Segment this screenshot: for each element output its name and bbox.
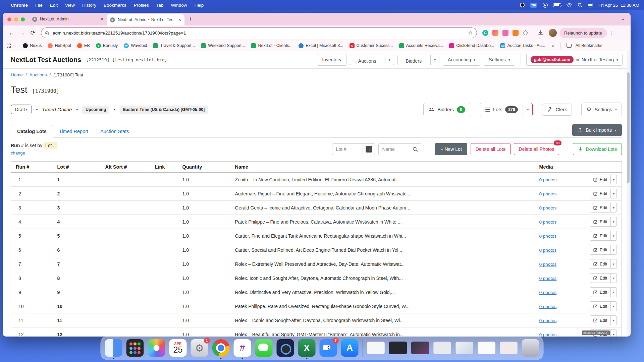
auction-settings-button[interactable]: ⚙ Settings ▾ — [581, 103, 622, 116]
minimized-window-thumbnail[interactable] — [367, 342, 385, 354]
clerk-button[interactable]: Clerk — [542, 104, 572, 116]
name-search-input[interactable] — [378, 143, 409, 155]
photos-link[interactable]: 0 photos — [539, 248, 557, 253]
finder-dock-icon[interactable] — [105, 339, 122, 357]
new-lot-button[interactable]: + New Lot — [435, 143, 467, 155]
launchpad-dock-icon[interactable] — [126, 339, 144, 357]
bookmark-item[interactable]: Nexus — [23, 43, 42, 48]
lots-button[interactable]: Lots 276 — [480, 103, 523, 116]
photos-link[interactable]: 0 photos — [539, 304, 557, 309]
orange-extension-icon[interactable] — [513, 30, 519, 36]
bidders-button[interactable]: Bidders 0 — [423, 103, 470, 116]
menu-tab[interactable]: Tab — [156, 3, 164, 8]
tab-search-chevron-icon[interactable]: ⌄ — [621, 15, 625, 21]
edit-button[interactable]: Edit — [590, 301, 611, 311]
minimized-window-thumbnail[interactable] — [411, 342, 429, 354]
screenshare-app-dock-icon[interactable] — [277, 339, 294, 357]
edit-dropdown-caret[interactable]: ▾ — [611, 231, 617, 241]
lots-dropdown-caret[interactable]: ▾ — [523, 103, 533, 116]
bookmark-item[interactable]: Excel | Microsoft 3... — [299, 43, 343, 48]
edit-button[interactable]: Edit — [590, 287, 611, 297]
edit-button[interactable]: Edit — [590, 245, 611, 255]
site-settings-icon[interactable] — [45, 32, 49, 34]
spotlight-search-icon[interactable] — [578, 3, 582, 7]
slack-dock-icon[interactable]: # — [234, 339, 251, 357]
minimize-window-button[interactable] — [14, 17, 18, 21]
photos-link[interactable]: 0 photos — [539, 290, 557, 295]
bookmark-item[interactable]: A Customer Sucess... — [350, 43, 393, 48]
reload-button[interactable]: ⟳ — [28, 29, 38, 37]
delete-all-photos-button[interactable]: Delete all Photos su — [514, 143, 559, 155]
menu-file[interactable]: File — [35, 3, 43, 8]
browser-tab-active[interactable]: NextLot::Admin ~ NextLot Tes × — [107, 14, 184, 25]
bookmark-item[interactable]: HubSpot — [48, 43, 71, 48]
nav-accounting-button[interactable]: Accounting ▾ — [443, 54, 480, 66]
minimized-window-thumbnail[interactable] — [478, 342, 496, 354]
url-text[interactable]: admin.nextlot.bid/siteadm/2212519/auctio… — [53, 31, 465, 36]
edit-button[interactable]: Edit — [590, 217, 611, 227]
name-search-button[interactable] — [409, 143, 421, 155]
bookmarks-overflow-icon[interactable]: » — [551, 43, 554, 49]
zoom-dock-icon[interactable]: 7 — [320, 339, 337, 357]
tab-close-icon[interactable]: × — [178, 17, 181, 22]
close-window-button[interactable] — [7, 17, 11, 21]
menu-profiles[interactable]: Profiles — [134, 3, 149, 8]
downloads-icon[interactable] — [538, 30, 543, 36]
nav-inventory-button[interactable]: Inventory — [317, 54, 346, 66]
extensions-puzzle-icon[interactable] — [523, 30, 528, 36]
photos-link[interactable]: 0 photos — [539, 177, 557, 182]
bookmark-item[interactable]: ClickSend Dashbo... — [449, 43, 494, 48]
menu-help[interactable]: Help — [194, 3, 204, 8]
messages-dock-icon[interactable] — [255, 339, 273, 357]
relaunch-to-update-button[interactable]: Relaunch to update — [559, 28, 607, 38]
edit-button[interactable]: Edit — [590, 189, 611, 198]
menu-history[interactable]: History — [82, 3, 96, 8]
photos-link[interactable]: 0 photos — [539, 318, 557, 323]
play-circle-icon[interactable]: ▶ — [543, 3, 548, 8]
battery-icon[interactable] — [553, 3, 561, 7]
browser-tab-inactive[interactable]: NextLot::Admin × — [29, 13, 107, 25]
breadcrumb-auctions-link[interactable]: Auctions — [30, 72, 47, 77]
tab-close-icon[interactable]: × — [101, 16, 103, 22]
menu-edit[interactable]: Edit — [50, 3, 58, 8]
breadcrumb-home-link[interactable]: Home — [11, 72, 23, 77]
browser-menu-kebab-icon[interactable]: ⋮ — [609, 30, 614, 36]
edit-button[interactable]: Edit — [590, 175, 611, 184]
edit-dropdown-caret[interactable]: ▾ — [611, 301, 617, 311]
edit-button[interactable]: Edit — [590, 315, 611, 325]
minimized-window-thumbnail[interactable] — [455, 342, 474, 354]
photos-link[interactable]: 0 photos — [539, 234, 557, 239]
download-lots-button[interactable]: Download Lots — [573, 143, 622, 155]
menubar-clock[interactable]: Fri Apr 25 11:38 AM — [598, 3, 639, 8]
edit-dropdown-caret[interactable]: ▾ — [611, 259, 617, 269]
account-menu-button[interactable]: gabi@nextlot.com ≈ NextLot Testing ▾ — [526, 54, 623, 66]
menu-view[interactable]: View — [65, 3, 75, 8]
minimized-window-thumbnail[interactable] — [389, 342, 407, 354]
nav-auctions-button[interactable]: Auctions — [350, 55, 385, 65]
trash-dock-icon[interactable] — [522, 339, 539, 357]
wifi-icon[interactable] — [567, 3, 572, 7]
nav-auctions-caret[interactable]: ▾ — [385, 55, 394, 65]
address-bar[interactable]: admin.nextlot.bid/siteadm/2212519/auctio… — [41, 27, 477, 38]
edit-dropdown-caret[interactable]: ▾ — [611, 217, 617, 227]
menu-bookmarks[interactable]: Bookmarks — [104, 3, 126, 8]
photos-link[interactable]: 0 photos — [539, 220, 557, 225]
scrollbar-thumb[interactable] — [627, 72, 630, 183]
zoom-menubar-icon[interactable]: zm — [530, 3, 537, 8]
system-settings-dock-icon[interactable]: ⚙ 1 — [191, 339, 208, 357]
tab-catalog-lots[interactable]: Catalog Lots — [11, 125, 53, 138]
bookmark-item[interactable]: b Bonusly — [96, 43, 118, 48]
edit-dropdown-caret[interactable]: ▾ — [611, 189, 617, 198]
photos-link[interactable]: 0 photos — [539, 276, 557, 281]
pink-extension-icon[interactable] — [502, 30, 508, 36]
photos-link[interactable]: 0 photos — [539, 332, 557, 337]
edit-button[interactable]: Edit — [590, 203, 611, 213]
forward-button[interactable]: → — [17, 29, 28, 37]
profile-avatar[interactable] — [549, 29, 557, 37]
bulk-imports-button[interactable]: Bulk Imports ▾ — [572, 124, 622, 136]
photos-link[interactable]: 0 photos — [539, 191, 557, 196]
record-status-icon[interactable] — [520, 3, 525, 7]
tab-timed-report[interactable]: Timed Report — [53, 125, 94, 137]
nav-bidders-button[interactable]: Bidders — [397, 55, 431, 65]
edit-dropdown-caret[interactable]: ▾ — [611, 329, 617, 337]
